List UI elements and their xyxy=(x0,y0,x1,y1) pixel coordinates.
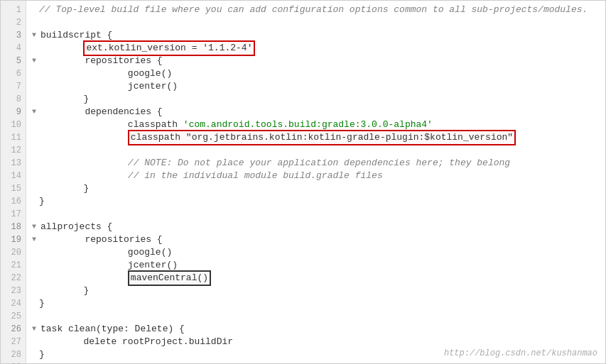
line-number-14: 14 xyxy=(1,170,26,182)
code-line-5: ▼ repositories { xyxy=(29,55,605,67)
fold-icon[interactable]: ▼ xyxy=(29,324,39,334)
watermark: http://blog.csdn.net/kushanmao xyxy=(444,348,597,358)
indent xyxy=(39,93,83,106)
indent xyxy=(39,42,83,55)
code-line-27: delete rootProject.buildDir xyxy=(29,336,605,348)
line-number-9: 9 xyxy=(1,106,26,118)
indent xyxy=(39,80,128,93)
plain-text: } xyxy=(39,348,45,361)
line-number-20: 20 xyxy=(1,246,26,259)
comment-text: // Top-level build file where you can ad… xyxy=(39,4,588,16)
line-number-26: 26 xyxy=(1,323,26,336)
indent xyxy=(39,157,128,170)
fold-icon[interactable]: ▼ xyxy=(29,56,39,66)
code-line-14: // in the individual module build.gradle… xyxy=(29,170,605,182)
indent xyxy=(39,336,83,348)
highlight-black-box: mavenCentral() xyxy=(128,270,211,286)
code-line-23: } xyxy=(29,285,605,297)
plain-text: jcenter() xyxy=(128,80,178,93)
line-number-5: 5 xyxy=(1,55,26,67)
highlighted-red: ext.kotlin_version = '1.1.2-4' xyxy=(83,40,255,56)
highlight-red-box: ext.kotlin_version = '1.1.2-4' xyxy=(83,40,255,56)
line-number-6: 6 xyxy=(1,67,26,80)
line-number-11: 11 xyxy=(1,131,26,144)
indent xyxy=(39,131,128,144)
code-editor: 1234567891011121314151617181920212223242… xyxy=(0,0,606,364)
code-line-12 xyxy=(29,144,605,157)
plain-text: allprojects { xyxy=(40,221,112,233)
code-line-8: } xyxy=(29,93,605,106)
line-number-13: 13 xyxy=(1,157,26,170)
indent xyxy=(39,182,83,195)
code-line-20: google() xyxy=(29,246,605,259)
plain-text: google() xyxy=(128,246,172,259)
line-number-8: 8 xyxy=(1,93,26,106)
indent xyxy=(40,106,85,118)
line-number-23: 23 xyxy=(1,285,26,297)
plain-text: task clean(type: Delete) { xyxy=(40,323,185,336)
plain-text: repositories { xyxy=(85,55,162,67)
code-line-18: ▼allprojects { xyxy=(29,221,605,233)
plain-text: } xyxy=(39,195,45,208)
line-number-19: 19 xyxy=(1,233,26,246)
plain-text: } xyxy=(39,297,45,310)
code-line-9: ▼ dependencies { xyxy=(29,106,605,118)
code-line-22: mavenCentral() xyxy=(29,272,605,285)
plain-text: dependencies { xyxy=(85,106,162,118)
line-number-18: 18 xyxy=(1,221,26,233)
line-number-25: 25 xyxy=(1,310,26,323)
code-line-13: // NOTE: Do not place your application d… xyxy=(29,157,605,170)
line-number-7: 7 xyxy=(1,80,26,93)
code-area: // Top-level build file where you can ad… xyxy=(26,1,605,363)
code-line-26: ▼task clean(type: Delete) { xyxy=(29,323,605,336)
line-number-4: 4 xyxy=(1,42,26,55)
code-line-2 xyxy=(29,16,605,29)
highlighted-red-line: classpath "org.jetbrains.kotlin:kotlin-g… xyxy=(128,130,516,145)
comment-text: // in the individual module build.gradle… xyxy=(128,170,383,182)
plain-text: } xyxy=(83,182,89,195)
indent xyxy=(39,259,128,272)
code-line-4: ext.kotlin_version = '1.1.2-4' xyxy=(29,42,605,55)
line-number-15: 15 xyxy=(1,182,26,195)
line-number-1: 1 xyxy=(1,4,26,16)
code-line-11: classpath "org.jetbrains.kotlin:kotlin-g… xyxy=(29,131,605,144)
indent xyxy=(39,67,128,80)
indent xyxy=(40,55,85,67)
indent xyxy=(39,285,83,297)
highlight-red-box: classpath "org.jetbrains.kotlin:kotlin-g… xyxy=(128,130,516,145)
code-line-7: jcenter() xyxy=(29,80,605,93)
line-number-17: 17 xyxy=(1,208,26,221)
code-line-29 xyxy=(29,361,605,363)
code-line-21: jcenter() xyxy=(29,259,605,272)
indent xyxy=(39,272,128,285)
fold-icon[interactable]: ▼ xyxy=(29,31,39,40)
code-line-15: } xyxy=(29,182,605,195)
fold-icon[interactable]: ▼ xyxy=(29,235,39,245)
plain-text: google() xyxy=(128,67,172,80)
line-number-3: 3 xyxy=(1,29,26,42)
plain-text: delete rootProject.buildDir xyxy=(83,336,233,348)
plain-text: } xyxy=(83,285,89,297)
line-number-12: 12 xyxy=(1,144,26,157)
code-line-25 xyxy=(29,310,605,323)
plain-text: repositories { xyxy=(85,233,162,246)
code-line-17 xyxy=(29,208,605,221)
line-number-10: 10 xyxy=(1,118,26,131)
highlighted-black: mavenCentral() xyxy=(128,270,211,286)
indent xyxy=(39,118,128,131)
fold-icon[interactable]: ▼ xyxy=(29,222,39,232)
indent xyxy=(40,233,85,246)
code-line-1: // Top-level build file where you can ad… xyxy=(29,4,605,16)
line-number-27: 27 xyxy=(1,336,26,348)
line-number-2: 2 xyxy=(1,16,26,29)
comment-text: // NOTE: Do not place your application d… xyxy=(128,157,510,170)
code-line-6: google() xyxy=(29,67,605,80)
line-number-22: 22 xyxy=(1,272,26,285)
code-line-16: } xyxy=(29,195,605,208)
indent xyxy=(39,170,128,182)
plain-text: } xyxy=(83,93,89,106)
fold-icon[interactable]: ▼ xyxy=(29,107,39,117)
line-number-24: 24 xyxy=(1,297,26,310)
code-line-24: } xyxy=(29,297,605,310)
line-number-21: 21 xyxy=(1,259,26,272)
